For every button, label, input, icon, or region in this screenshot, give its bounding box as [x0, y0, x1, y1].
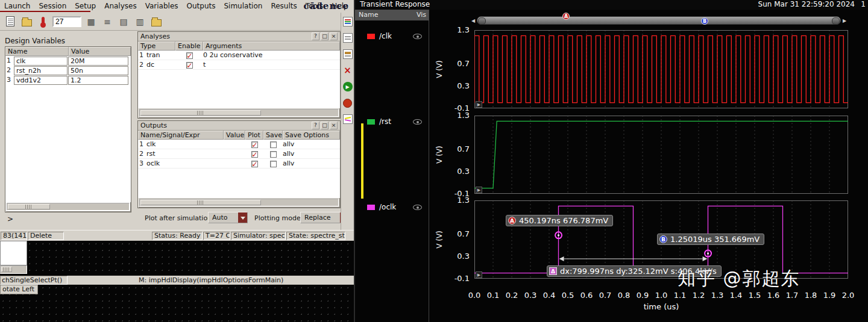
column-plot[interactable]: Plot: [245, 131, 263, 140]
visibility-eye-icon[interactable]: [413, 205, 422, 210]
column-name[interactable]: Name: [5, 47, 69, 56]
scrollbar-thumb[interactable]: [1, 267, 12, 272]
menu-results[interactable]: Results: [266, 2, 301, 10]
analysis-row[interactable]: 1 tran 0 2u conservative: [138, 51, 340, 60]
open-icon[interactable]: [20, 15, 33, 28]
schematic-canvas[interactable]: [0, 241, 354, 276]
visibility-eye-icon[interactable]: [413, 34, 422, 39]
plot-after-dropdown[interactable]: Auto: [208, 212, 248, 223]
column-value[interactable]: Value: [224, 131, 245, 140]
rst-plot-panel[interactable]: [474, 116, 848, 194]
schematic-canvas[interactable]: [0, 285, 354, 322]
close-button[interactable]: ×: [330, 122, 338, 129]
setup-outputs-icon[interactable]: [342, 49, 353, 60]
var-value[interactable]: 1.2: [68, 76, 128, 85]
calculator-icon[interactable]: ▦: [84, 15, 98, 28]
signal-row-oclk[interactable]: /oclk: [355, 202, 429, 212]
menu-analyses[interactable]: Analyses: [100, 2, 141, 10]
clk-plot-panel[interactable]: [474, 30, 848, 108]
open2-icon[interactable]: [149, 15, 163, 28]
var-name[interactable]: vdd1v2: [14, 76, 68, 85]
panel-expand-icon[interactable]: ▶: [476, 101, 482, 108]
column-value[interactable]: Value: [69, 47, 131, 56]
var-name[interactable]: rst_n2h: [14, 66, 68, 75]
dropdown-arrow-icon[interactable]: [238, 212, 247, 223]
menu-outputs[interactable]: Outputs: [183, 2, 220, 10]
zoom-scrollbar[interactable]: [477, 16, 841, 25]
x-tick: 0.4: [539, 291, 559, 300]
netlist-and-run-icon[interactable]: ▶: [342, 81, 353, 92]
var-value[interactable]: 20M: [68, 57, 128, 66]
choose-analyses-icon[interactable]: [342, 16, 353, 27]
stop-icon[interactable]: [342, 98, 353, 108]
help-button[interactable]: ?: [312, 33, 319, 40]
var-name[interactable]: clk: [14, 57, 68, 66]
x-tick: 0.9: [633, 291, 652, 300]
panel-expand-icon[interactable]: ▶: [476, 271, 482, 278]
delete-icon[interactable]: ×: [342, 65, 353, 76]
menu-launch[interactable]: Launch: [0, 2, 34, 10]
panel-expand-icon[interactable]: ▶: [476, 187, 482, 193]
pan-right-icon[interactable]: ▶: [843, 18, 846, 23]
plot-checkbox[interactable]: [251, 151, 258, 158]
signal-name[interactable]: /oclk: [379, 202, 396, 212]
help-button[interactable]: ?: [312, 122, 319, 129]
options-icon[interactable]: ≡: [101, 15, 114, 28]
edit-variables-icon[interactable]: [342, 33, 353, 43]
detach-button[interactable]: □: [321, 33, 329, 40]
edit-icon[interactable]: ▥: [133, 15, 146, 28]
scrollbar-thumb[interactable]: [8, 204, 50, 209]
column-arguments[interactable]: Arguments: [203, 42, 340, 51]
menu-setup[interactable]: Setup: [71, 2, 100, 10]
scrollbar-thumb[interactable]: [140, 200, 261, 205]
table-row[interactable]: 2 rst_n2h 50n: [5, 66, 131, 75]
save-options: allv: [283, 149, 340, 158]
table-row[interactable]: 1 clk 20M: [5, 56, 131, 66]
marker-a-badge[interactable]: A: [562, 13, 570, 20]
signal-name[interactable]: /clk: [379, 31, 392, 41]
visibility-eye-icon[interactable]: [413, 119, 422, 125]
horizontal-scrollbar[interactable]: [7, 203, 130, 211]
column-type[interactable]: Type: [138, 42, 175, 51]
analysis-row[interactable]: 2 dc t: [138, 60, 340, 70]
menu-simulation[interactable]: Simulation: [219, 2, 266, 10]
column-save-options[interactable]: Save Options: [283, 131, 340, 140]
table-row[interactable]: 3 vdd1v2 1.2: [5, 75, 131, 85]
x-axis-label: time (us): [474, 302, 848, 311]
save-checkbox[interactable]: [270, 151, 277, 158]
netlist-icon[interactable]: [4, 15, 17, 28]
scrollbar-thumb[interactable]: [140, 110, 261, 116]
plot-checkbox[interactable]: [251, 141, 258, 148]
plot-checkbox[interactable]: [251, 161, 258, 167]
marker-b-readout[interactable]: B 1.25019us 351.669mV: [657, 234, 764, 245]
save-checkbox[interactable]: [270, 141, 277, 148]
plot-outputs-icon[interactable]: [342, 114, 353, 125]
enable-checkbox[interactable]: [186, 62, 193, 69]
horizontal-scrollbar[interactable]: [139, 199, 339, 206]
pan-left-icon[interactable]: ◀: [471, 18, 475, 23]
menu-variables[interactable]: Variables: [141, 2, 183, 10]
clipboard-icon[interactable]: ▤: [117, 15, 130, 28]
column-enable[interactable]: Enable: [175, 42, 203, 51]
horizontal-scrollbar[interactable]: [139, 109, 339, 117]
temperature-input[interactable]: [52, 16, 81, 27]
var-value[interactable]: 50n: [68, 66, 128, 75]
output-row[interactable]: 3 oclk allv: [138, 159, 340, 169]
save-checkbox[interactable]: [270, 161, 277, 167]
output-row[interactable]: 1 clk allv: [138, 140, 340, 149]
output-value: [224, 149, 245, 158]
marker-a-readout[interactable]: A 450.197ns 676.787mV: [506, 215, 613, 226]
column-name-signal-expr[interactable]: Name/Signal/Expr: [138, 131, 224, 140]
detach-button[interactable]: □: [321, 122, 329, 129]
signal-name[interactable]: /rst: [379, 117, 391, 126]
signal-list-header: Name Vis: [355, 10, 429, 20]
signal-row-rst[interactable]: /rst: [355, 117, 429, 126]
close-button[interactable]: ×: [330, 33, 338, 40]
signal-row-clk[interactable]: /clk: [355, 31, 429, 41]
column-save[interactable]: Save: [263, 131, 283, 140]
enable-checkbox[interactable]: [186, 52, 193, 59]
marker-b-badge[interactable]: B: [701, 17, 708, 25]
menu-session[interactable]: Session: [34, 2, 71, 10]
output-row[interactable]: 2 rst allv: [138, 149, 340, 159]
horizontal-scrollbar[interactable]: [0, 265, 27, 274]
